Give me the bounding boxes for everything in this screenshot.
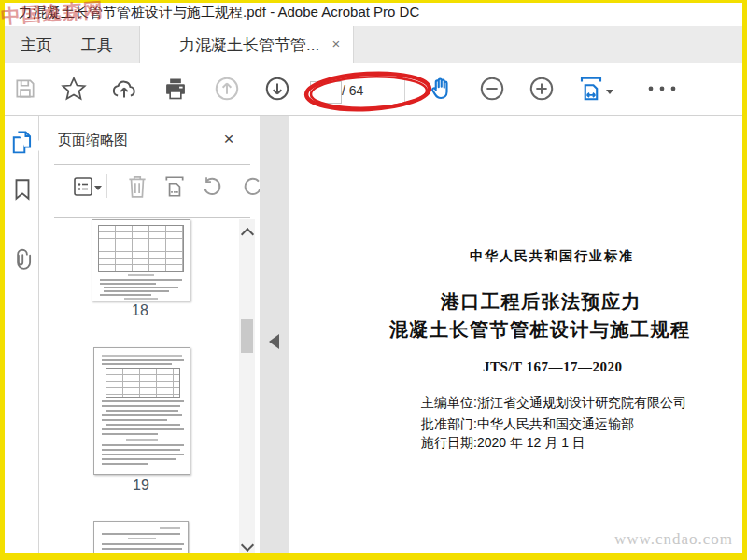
panel-toolbar-separator: [106, 174, 107, 198]
tab-home[interactable]: 主页: [10, 35, 63, 63]
resize-pages-icon[interactable]: [162, 174, 187, 200]
panel-resize-strip[interactable]: [260, 116, 289, 553]
tab-document[interactable]: 力混凝土长管节管... ×: [139, 26, 354, 63]
hand-tool-icon[interactable]: [428, 75, 456, 103]
tab-tools[interactable]: 工具: [68, 35, 126, 63]
fit-width-icon[interactable]: [577, 75, 605, 103]
scrollbar-thumb[interactable]: [241, 319, 253, 353]
bookmarks-panel-icon[interactable]: [9, 175, 35, 203]
thumbnail-page-19[interactable]: [93, 347, 190, 475]
next-page-icon[interactable]: [263, 75, 291, 103]
panel-title: 页面缩略图: [58, 132, 128, 149]
star-icon[interactable]: [60, 75, 88, 103]
page-count-label: / 64: [342, 83, 363, 98]
fit-width-dropdown-icon[interactable]: [606, 90, 613, 94]
panel-divider: [54, 217, 250, 218]
tab-bar: 主页 工具 力混凝土长管节管... ×: [5, 26, 742, 63]
thumbnail-page-18[interactable]: [92, 219, 190, 301]
zoom-in-icon[interactable]: [528, 75, 556, 103]
capture-frame-right: [742, 0, 747, 560]
capture-frame-bottom: [0, 553, 747, 560]
previous-page-icon[interactable]: [213, 75, 241, 103]
toolbar-separator: [404, 77, 405, 103]
standard-code: JTS/T 167—17—2020: [483, 359, 623, 375]
print-icon[interactable]: [162, 75, 190, 103]
save-icon[interactable]: [11, 75, 39, 103]
navigation-rail: [5, 116, 39, 553]
thumbnail-table-graphic: [98, 225, 184, 272]
document-title-line2: 混凝土长管节管桩设计与施工规程: [389, 317, 691, 343]
zoom-out-icon[interactable]: [478, 75, 506, 103]
window-title: 力混凝土长管节管桩设计与施工规程.pdf - Adobe Acrobat Pro…: [19, 4, 419, 21]
tab-close-icon[interactable]: ×: [329, 35, 344, 51]
page-thumbnails-panel-icon[interactable]: [9, 129, 35, 157]
thumbnails-scrollbar[interactable]: [239, 219, 255, 553]
panel-divider: [54, 164, 250, 165]
options-dropdown-icon[interactable]: [94, 186, 102, 190]
acrobat-window: 力混凝土长管节管桩设计与施工规程.pdf - Adobe Acrobat Pro…: [0, 0, 747, 560]
main-toolbar: / 64: [5, 63, 742, 116]
trash-icon[interactable]: [125, 174, 149, 200]
site-watermark-bottom: www.cndao.com: [614, 530, 733, 549]
thumbnail-label-19: 19: [92, 477, 190, 494]
tab-document-label: 力混凝土长管节管...: [179, 35, 319, 56]
chief-editor-line: 主编单位:浙江省交通规划设计研究院有限公司: [421, 395, 686, 412]
rotate-ccw-icon[interactable]: [200, 174, 224, 200]
page-thumbnails-panel: 页面缩略图 ×: [39, 116, 260, 553]
page-number-input[interactable]: [310, 81, 342, 104]
options-icon[interactable]: [71, 174, 95, 200]
standard-label: 中华人民共和国行业标准: [470, 248, 634, 265]
more-tools-icon[interactable]: [643, 75, 681, 103]
title-bar: 力混凝土长管节管桩设计与施工规程.pdf - Adobe Acrobat Pro…: [5, 3, 742, 26]
thumbnail-label-18: 18: [92, 302, 189, 319]
thumbnail-page-20[interactable]: [93, 521, 189, 553]
rotate-cw-icon[interactable]: [241, 174, 260, 200]
panel-close-icon[interactable]: ×: [220, 129, 237, 149]
collapse-panel-icon[interactable]: [269, 334, 279, 349]
attachments-panel-icon[interactable]: [9, 245, 35, 273]
cloud-upload-icon[interactable]: [110, 75, 138, 103]
approval-dept-line: 批准部门:中华人民共和国交通运输部: [421, 416, 634, 433]
effective-date-line: 施行日期:2020 年 12 月 1 日: [421, 435, 585, 452]
document-title-line1: 港口工程后张法预应力: [441, 289, 641, 315]
document-page: 中华人民共和国行业标准 港口工程后张法预应力 混凝土长管节管桩设计与施工规程 J…: [289, 116, 742, 553]
